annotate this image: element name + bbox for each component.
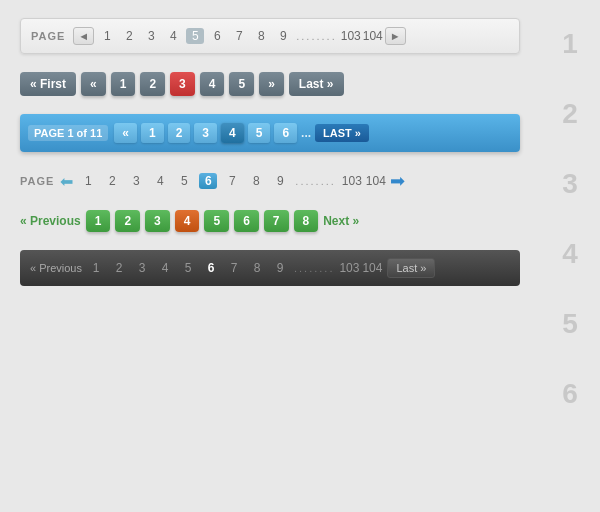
r6-p4[interactable]: 4	[156, 261, 174, 275]
row1-prev-arrow[interactable]: ◄	[73, 27, 94, 45]
r5-prev-link[interactable]: « Previous	[20, 214, 81, 228]
r4-prev-arrow[interactable]: ⬅	[60, 172, 73, 191]
row1-label: PAGE	[31, 30, 65, 42]
r4-dots: ........	[295, 175, 335, 187]
r6-p9[interactable]: 9	[271, 261, 289, 275]
pagination-row5: « Previous 1 2 3 4 5 6 7 8 Next »	[20, 210, 520, 232]
r5-p3[interactable]: 3	[145, 210, 170, 232]
side-num-1: 1	[562, 18, 578, 70]
r2-p5[interactable]: 5	[229, 72, 254, 96]
row1-next-arrow[interactable]: ►	[385, 27, 406, 45]
r6-p2[interactable]: 2	[110, 261, 128, 275]
r2-p2[interactable]: 2	[140, 72, 165, 96]
r4-p1[interactable]: 1	[79, 174, 97, 188]
r2-last-btn[interactable]: Last »	[289, 72, 344, 96]
r1-p104[interactable]: 104	[363, 29, 381, 43]
r4-p6[interactable]: 6	[199, 173, 217, 189]
pagination-row2: « First « 1 2 3 4 5 » Last »	[20, 72, 520, 96]
side-num-5: 5	[562, 298, 578, 350]
r5-p2[interactable]: 2	[115, 210, 140, 232]
pagination-row6: « Previous 1 2 3 4 5 6 7 8 9 ........ 10…	[20, 250, 520, 286]
r6-p6[interactable]: 6	[202, 261, 220, 275]
r4-p104[interactable]: 104	[366, 174, 384, 188]
r2-prev-btn[interactable]: «	[81, 72, 106, 96]
r5-p8[interactable]: 8	[294, 210, 319, 232]
r2-next-btn[interactable]: »	[259, 72, 284, 96]
pagination-row4: PAGE ⬅ 1 2 3 4 5 6 7 8 9 ........ 103 10…	[20, 170, 520, 192]
side-numbers: 1 2 3 4 5 6	[540, 0, 600, 512]
r6-prev-link[interactable]: « Previous	[30, 262, 82, 274]
r3-prev-btn[interactable]: «	[114, 123, 137, 143]
r1-p6[interactable]: 6	[208, 29, 226, 43]
r4-p2[interactable]: 2	[103, 174, 121, 188]
r3-p3[interactable]: 3	[194, 123, 217, 143]
r1-p5[interactable]: 5	[186, 28, 204, 44]
r4-p3[interactable]: 3	[127, 174, 145, 188]
r3-p5[interactable]: 5	[248, 123, 271, 143]
r5-p5[interactable]: 5	[204, 210, 229, 232]
r4-p103[interactable]: 103	[342, 174, 360, 188]
r4-next-arrow[interactable]: ➡	[390, 170, 405, 192]
r5-next-link[interactable]: Next »	[323, 214, 359, 228]
side-num-4: 4	[562, 228, 578, 280]
r6-dots: ........	[294, 262, 334, 274]
r3-p1[interactable]: 1	[141, 123, 164, 143]
r5-p6[interactable]: 6	[234, 210, 259, 232]
r4-p9[interactable]: 9	[271, 174, 289, 188]
r6-p103[interactable]: 103	[339, 261, 357, 275]
r6-p3[interactable]: 3	[133, 261, 151, 275]
r1-p9[interactable]: 9	[274, 29, 292, 43]
side-num-6: 6	[562, 368, 578, 420]
r3-label: PAGE 1 of 11	[28, 125, 108, 141]
side-num-3: 3	[562, 158, 578, 210]
side-num-2: 2	[562, 88, 578, 140]
r5-p4[interactable]: 4	[175, 210, 200, 232]
r6-last-btn[interactable]: Last »	[387, 258, 435, 278]
r6-p5[interactable]: 5	[179, 261, 197, 275]
r1-p103[interactable]: 103	[341, 29, 359, 43]
r6-p104[interactable]: 104	[362, 261, 380, 275]
r4-p5[interactable]: 5	[175, 174, 193, 188]
r6-p8[interactable]: 8	[248, 261, 266, 275]
r5-p1[interactable]: 1	[86, 210, 111, 232]
r1-p1[interactable]: 1	[98, 29, 116, 43]
pagination-row3: PAGE 1 of 11 « 1 2 3 4 5 6 ... LAST »	[20, 114, 520, 152]
r2-first-btn[interactable]: « First	[20, 72, 76, 96]
r6-p7[interactable]: 7	[225, 261, 243, 275]
r3-p6[interactable]: 6	[274, 123, 297, 143]
r1-p8[interactable]: 8	[252, 29, 270, 43]
r5-p7[interactable]: 7	[264, 210, 289, 232]
r2-p3[interactable]: 3	[170, 72, 195, 96]
pagination-row1: PAGE ◄ 1 2 3 4 5 6 7 8 9 ........ 103 10…	[20, 18, 520, 54]
r2-p4[interactable]: 4	[200, 72, 225, 96]
r1-dots: ........	[296, 30, 336, 42]
r4-p8[interactable]: 8	[247, 174, 265, 188]
r1-p4[interactable]: 4	[164, 29, 182, 43]
r3-last-btn[interactable]: LAST »	[315, 124, 369, 142]
r2-p1[interactable]: 1	[111, 72, 136, 96]
r4-p7[interactable]: 7	[223, 174, 241, 188]
r1-p7[interactable]: 7	[230, 29, 248, 43]
r6-p1[interactable]: 1	[87, 261, 105, 275]
r1-p2[interactable]: 2	[120, 29, 138, 43]
r4-label: PAGE	[20, 175, 54, 187]
r3-p2[interactable]: 2	[168, 123, 191, 143]
r3-p4[interactable]: 4	[221, 123, 244, 143]
r3-dots: ...	[301, 126, 311, 140]
r4-p4[interactable]: 4	[151, 174, 169, 188]
r1-p3[interactable]: 3	[142, 29, 160, 43]
